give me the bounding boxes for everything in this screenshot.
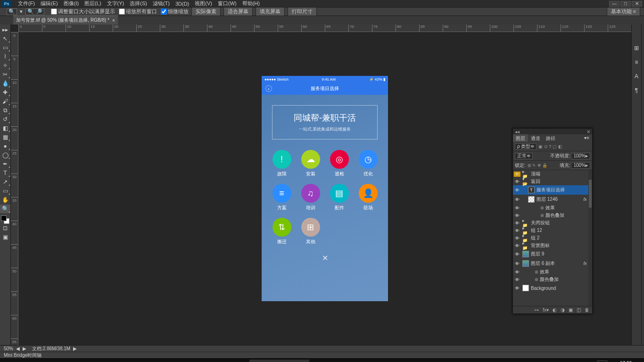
link-icon[interactable]: ⊶ xyxy=(534,307,539,313)
fill-screen-button[interactable]: 填充屏幕 xyxy=(256,7,285,16)
panel-close[interactable]: ✕ xyxy=(586,129,590,134)
menu-item[interactable]: 图层(L) xyxy=(82,0,104,7)
visibility-icon[interactable]: 👁 xyxy=(514,172,520,177)
zoom-all-cb[interactable] xyxy=(119,8,125,15)
menu-item[interactable]: 编辑(E) xyxy=(38,0,61,7)
stamp-tool[interactable]: ⧉ xyxy=(0,106,10,115)
menu-item[interactable]: 滤镜(T) xyxy=(150,0,173,7)
scrubby-cb[interactable] xyxy=(161,8,167,15)
panel-menu[interactable]: ▾≡ xyxy=(581,134,592,142)
taskbar-app[interactable]: 🦊 xyxy=(107,360,123,362)
min-button[interactable]: — xyxy=(609,1,619,7)
layer-row[interactable]: 👁⊙ 效果 xyxy=(513,204,592,212)
move-tool[interactable]: ↖ xyxy=(0,34,10,43)
menu-item[interactable]: 文字(Y) xyxy=(104,0,127,7)
menu-item[interactable]: 图像(I) xyxy=(61,0,82,7)
zoom-level[interactable]: 50% xyxy=(4,346,13,351)
layer-row[interactable]: 👁Background xyxy=(513,283,592,293)
print-size-button[interactable]: 打印尺寸 xyxy=(288,7,317,16)
panel-icon[interactable]: ≡ xyxy=(632,58,641,67)
panel-icon[interactable]: ⊞ xyxy=(632,43,641,53)
doc-tab[interactable]: 加号背景.tif @ 50% (服务项目选择, RGB/8) * × xyxy=(13,16,118,25)
visibility-icon[interactable]: 👁 xyxy=(514,277,520,282)
visibility-icon[interactable]: 👁 xyxy=(514,252,520,257)
visibility-icon[interactable]: 👁 xyxy=(514,270,520,275)
layer-row[interactable]: 👁T服务项目选择 xyxy=(513,185,592,195)
panel-tab[interactable]: ≡调整 xyxy=(642,45,644,56)
menu-item[interactable]: 3D(D) xyxy=(173,1,192,7)
taskbar-app[interactable]: 📁 xyxy=(47,360,62,362)
taskbar-app[interactable]: ▦ xyxy=(153,360,168,362)
crop-tool[interactable]: ✂ xyxy=(0,70,10,79)
marquee-tool[interactable]: ▭ xyxy=(0,43,10,52)
fit-screen-button[interactable]: 适合屏幕 xyxy=(223,7,253,16)
layers-scrollbar[interactable] xyxy=(588,170,592,306)
fx-icon[interactable]: fx▾ xyxy=(543,307,549,313)
color-swatch[interactable] xyxy=(1,215,9,224)
tab-timeline[interactable]: 时间轴 xyxy=(27,352,41,359)
menu-item[interactable]: 窗口(W) xyxy=(215,0,239,7)
type-tool[interactable]: T xyxy=(0,169,10,177)
filter-kind[interactable]: ρ 类型 ≑ xyxy=(515,143,537,150)
lasso-tool[interactable]: ⌇ xyxy=(0,52,10,61)
panel-tab[interactable]: ◆颜色 xyxy=(642,25,644,35)
actual-px-button[interactable]: 实际像素 xyxy=(191,7,221,16)
taskbar-app[interactable]: 🐧 xyxy=(92,360,107,362)
group-icon[interactable]: ▣ xyxy=(569,307,573,313)
taskbar-app[interactable]: 🔍 xyxy=(17,360,32,362)
history-brush-tool[interactable]: ↺ xyxy=(0,115,10,123)
opacity-input[interactable]: 100% ▸ xyxy=(571,153,590,159)
visibility-icon[interactable]: 👁 xyxy=(514,228,520,233)
workspace-select[interactable]: 基本功能 ≡ xyxy=(607,7,640,16)
taskbar-app[interactable]: e xyxy=(77,360,92,362)
layer-row[interactable]: 👁图层 6 副本fx ▾ xyxy=(513,259,592,268)
layer-row[interactable]: 👁图层 1246fx ▾ xyxy=(513,195,592,204)
shape-tool[interactable]: ▭ xyxy=(0,187,10,195)
visibility-icon[interactable]: 👁 xyxy=(514,286,520,291)
menu-item[interactable]: 帮助(H) xyxy=(239,0,263,7)
taskbar-window[interactable]: e上传案例_特创易 - ... xyxy=(171,360,231,362)
layer-row[interactable]: 👁⊙ 效果 xyxy=(513,268,592,276)
visibility-icon[interactable]: 👁 xyxy=(514,213,520,218)
tab-paths[interactable]: 路径 xyxy=(543,134,558,142)
zoom-mode[interactable]: 🔍 🔎 xyxy=(25,8,44,15)
eyedropper-tool[interactable]: 💧 xyxy=(0,79,10,88)
visibility-icon[interactable]: 👁 xyxy=(514,179,520,184)
taskbar-window[interactable]: Ps加号背景.tif @ 50... xyxy=(249,360,309,362)
zoom-tool[interactable]: 🔍 xyxy=(0,205,10,213)
menu-item[interactable]: 选择(S) xyxy=(127,0,150,7)
menu-item[interactable]: 视图(V) xyxy=(192,0,215,7)
adj-icon[interactable]: ◑ xyxy=(561,307,565,313)
fill-input[interactable]: 100% ▸ xyxy=(571,162,590,169)
tab-minibridge[interactable]: Mini Bridge xyxy=(4,353,27,358)
tool-icon[interactable]: 🔍 xyxy=(7,8,17,15)
trash-icon[interactable]: 🗑 xyxy=(585,307,589,313)
wand-tool[interactable]: ✧ xyxy=(0,61,10,70)
taskbar-app[interactable]: ⊞ xyxy=(2,360,17,362)
grip[interactable]: ▸▸ xyxy=(0,25,10,34)
visibility-icon[interactable]: 👁 xyxy=(514,243,520,248)
layer-row[interactable]: 👁▸ 📁背景图标 xyxy=(513,242,592,249)
brush-tool[interactable]: 🖌 xyxy=(0,97,10,106)
path-tool[interactable]: ↗ xyxy=(0,178,10,186)
pen-tool[interactable]: ✒ xyxy=(0,160,10,168)
panel-tab[interactable]: ⊞色板 xyxy=(642,35,644,45)
visibility-icon[interactable]: 👁 xyxy=(514,261,520,266)
panel-icon[interactable]: A xyxy=(632,72,641,81)
eraser-tool[interactable]: ◧ xyxy=(0,124,10,132)
gradient-tool[interactable]: ▦ xyxy=(0,133,10,141)
dodge-tool[interactable]: ◯ xyxy=(0,151,10,159)
quickmask[interactable]: ⊡ xyxy=(0,224,10,232)
taskbar-app[interactable]: O xyxy=(138,360,153,362)
visibility-icon[interactable]: 👁 xyxy=(514,197,520,202)
panel-tab[interactable]: A样式 xyxy=(642,56,644,66)
layer-row[interactable]: 👁图层 9 xyxy=(513,249,592,259)
visibility-icon[interactable]: 👁 xyxy=(514,206,520,211)
menu-item[interactable]: 文件(F) xyxy=(15,0,38,7)
new-icon[interactable]: ◫ xyxy=(577,307,581,313)
blend-mode[interactable]: 正常 ≑ xyxy=(515,153,533,159)
mask-icon[interactable]: ◐ xyxy=(553,307,557,313)
visibility-icon[interactable]: 👁 xyxy=(514,221,520,226)
taskbar-app[interactable]: ◉ xyxy=(123,360,138,362)
panel-icon[interactable]: ¶ xyxy=(632,86,641,95)
